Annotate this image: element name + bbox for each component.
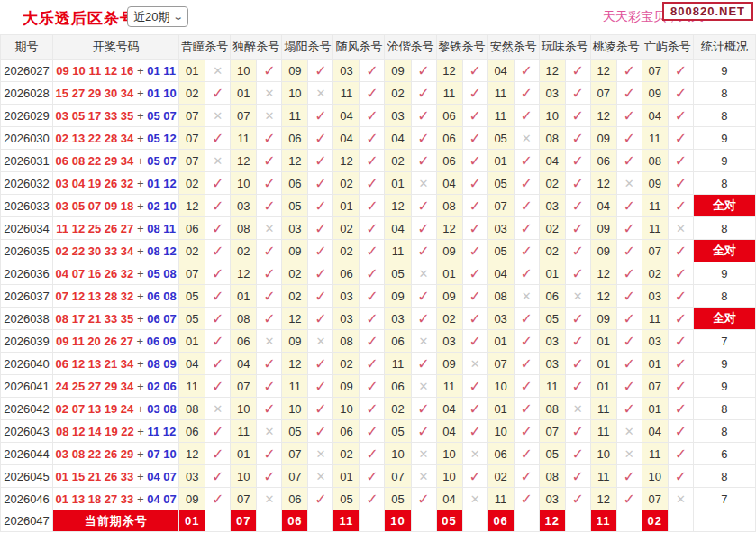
table-row: 202603604 07 16 26 32 + 05 0807✓12✓02✓06…	[1, 262, 756, 285]
kill-mark-cell: ✕	[205, 60, 231, 82]
kill-number-cell: 04	[436, 488, 462, 510]
check-icon: ✓	[263, 153, 275, 169]
kill-number-cell: 09	[590, 217, 616, 240]
kill-number-cell: 03	[436, 330, 462, 353]
kill-mark-cell: ✓	[616, 240, 642, 262]
kill-mark-cell: ✓	[514, 195, 539, 217]
check-icon: ✓	[212, 176, 223, 191]
kill-number-cell: 06	[333, 420, 360, 443]
kill-mark-cell: ✓	[257, 60, 282, 82]
kill-number-cell: 11	[231, 420, 257, 443]
check-icon: ✓	[624, 289, 635, 304]
kill-mark-cell: ✓	[257, 285, 282, 308]
cross-icon: ✕	[573, 289, 583, 303]
kill-number-cell: 07	[231, 488, 257, 510]
kill-number-cell: 05	[385, 262, 411, 285]
kill-number-cell: 01	[487, 330, 514, 353]
kill-mark-cell: ✓	[565, 172, 590, 195]
kill-mark-cell: ✕	[308, 82, 333, 105]
check-icon: ✓	[366, 334, 378, 349]
kill-number-cell: 11	[642, 217, 668, 240]
kill-mark-cell: ✓	[257, 353, 282, 375]
kill-mark-cell: ✓	[565, 127, 590, 150]
kill-mark-cell: ✓	[360, 60, 385, 82]
current-kill-number-cell: 01	[179, 510, 205, 532]
empty-mark-cell	[205, 510, 231, 532]
kill-mark-cell: ✓	[205, 420, 231, 443]
kill-mark-cell: ✓	[308, 127, 333, 150]
check-icon: ✓	[314, 131, 326, 146]
kill-mark-cell: ✕	[462, 443, 487, 465]
check-icon: ✓	[675, 266, 687, 281]
plus-separator: +	[133, 244, 147, 258]
cross-icon: ✕	[213, 154, 223, 168]
kill-number-cell: 07	[231, 105, 257, 127]
kill-number-cell: 11	[436, 82, 462, 105]
kill-number-cell: 04	[231, 353, 257, 375]
table-row: 202604124 25 27 29 34 + 02 0611✓07✓11✓09…	[1, 375, 756, 398]
kill-number-cell: 04	[487, 262, 514, 285]
kill-mark-cell: ✓	[360, 488, 385, 510]
check-icon: ✓	[417, 356, 429, 372]
back-zone-numbers: 04 07	[147, 470, 177, 483]
kill-number-cell: 05	[282, 195, 308, 217]
kill-number-cell: 02	[333, 353, 360, 375]
check-icon: ✓	[572, 243, 584, 259]
period-cell: 2026038	[1, 308, 53, 330]
check-icon: ✓	[366, 311, 378, 326]
check-icon: ✓	[675, 131, 687, 146]
check-icon: ✓	[263, 131, 275, 146]
stat-cell: 8	[693, 465, 755, 488]
kill-number-cell: 03	[539, 488, 565, 510]
check-icon: ✓	[314, 356, 326, 372]
kill-mark-cell: ✕	[257, 82, 282, 105]
kill-mark-cell: ✓	[205, 375, 231, 398]
check-icon: ✓	[675, 446, 687, 462]
table-row: 202602903 05 17 33 35 + 05 0707✕07✕11✓04…	[1, 105, 756, 127]
kill-number-cell: 12	[179, 195, 205, 217]
kill-number-cell: 12	[385, 195, 411, 217]
kill-number-cell: 02	[179, 240, 205, 262]
kill-mark-cell: ✓	[668, 60, 693, 82]
front-zone-numbers: 04 07 16 26 32	[56, 267, 134, 280]
check-icon: ✓	[675, 63, 687, 78]
kill-mark-cell: ✓	[565, 105, 590, 127]
front-zone-numbers: 03 04 19 26 32	[56, 177, 134, 190]
kill-number-cell: 02	[333, 240, 360, 262]
check-icon: ✓	[417, 401, 429, 417]
check-icon: ✓	[520, 266, 532, 281]
empty-mark-cell	[462, 510, 487, 532]
kill-mark-cell: ✓	[308, 353, 333, 375]
back-zone-numbers: 06 07	[147, 312, 177, 326]
kill-mark-cell: ✕	[205, 105, 231, 127]
check-icon: ✓	[572, 266, 584, 281]
check-icon: ✓	[417, 289, 429, 304]
kill-mark-cell: ✓	[360, 330, 385, 353]
range-select-dropdown[interactable]: 近20期 ⌄	[127, 6, 188, 27]
kill-mark-cell: ✕	[411, 330, 436, 353]
kill-number-cell: 07	[642, 240, 668, 262]
table-row: 202603303 05 07 09 18 + 02 1012✓03✓05✓01…	[1, 195, 756, 217]
check-icon: ✓	[417, 153, 429, 169]
kill-mark-cell: ✓	[514, 172, 539, 195]
empty-mark-cell	[411, 510, 436, 532]
kill-mark-cell: ✓	[462, 398, 487, 420]
front-zone-numbers: 08 12 14 19 22	[56, 425, 134, 438]
cross-icon: ✕	[419, 267, 429, 280]
kill-mark-cell: ✓	[308, 262, 333, 285]
kill-mark-cell: ✓	[205, 285, 231, 308]
kill-number-cell: 10	[385, 443, 411, 465]
check-icon: ✓	[263, 356, 275, 372]
kill-mark-cell: ✓	[360, 150, 385, 172]
kill-mark-cell: ✓	[668, 262, 693, 285]
plus-separator: +	[133, 470, 147, 483]
current-period-label: 当前期杀号	[53, 510, 179, 532]
kill-number-cell: 02	[539, 172, 565, 195]
back-zone-numbers: 02 10	[147, 199, 177, 213]
check-icon: ✓	[314, 491, 326, 507]
kill-mark-cell: ✓	[411, 127, 436, 150]
kill-mark-cell: ✓	[257, 308, 282, 330]
check-icon: ✓	[417, 221, 429, 236]
check-icon: ✓	[624, 153, 635, 169]
kill-mark-cell: ✓	[514, 420, 539, 443]
